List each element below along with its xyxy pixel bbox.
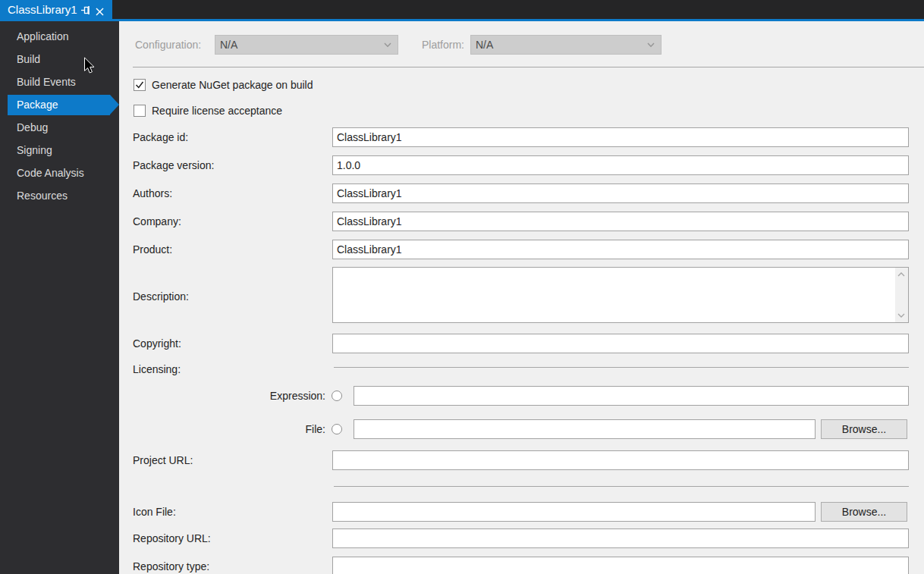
require-license-checkbox[interactable] xyxy=(134,105,146,117)
authors-input[interactable] xyxy=(332,183,909,203)
sidebar-item-debug[interactable]: Debug xyxy=(0,116,119,139)
tab-title: ClassLibrary1 xyxy=(8,0,77,20)
repository-type-input[interactable] xyxy=(332,557,909,574)
platform-value: N/A xyxy=(476,36,493,54)
licensing-divider xyxy=(334,367,909,368)
configuration-value: N/A xyxy=(220,36,237,54)
icon-file-browse-button[interactable]: Browse... xyxy=(821,502,907,522)
repository-type-label: Repository type: xyxy=(133,557,209,574)
scroll-up-icon[interactable] xyxy=(897,272,905,277)
product-input[interactable] xyxy=(332,240,909,259)
expression-input[interactable] xyxy=(354,386,909,406)
expression-radio[interactable] xyxy=(332,391,342,401)
chevron-down-icon xyxy=(384,42,391,48)
pin-icon[interactable] xyxy=(80,4,92,18)
licensing-label: Licensing: xyxy=(133,359,181,379)
sidebar-item-code-analysis[interactable]: Code Analysis xyxy=(0,162,119,184)
section-divider xyxy=(334,486,909,487)
sidebar-item-application[interactable]: Application xyxy=(0,25,119,48)
configuration-dropdown[interactable]: N/A xyxy=(215,35,398,55)
sidebar-nav: Application Build Build Events Package D… xyxy=(0,25,119,207)
package-panel: Configuration: N/A Platform: N/A Generat… xyxy=(119,21,924,574)
package-version-input[interactable] xyxy=(332,155,909,175)
sidebar-item-build-events[interactable]: Build Events xyxy=(0,71,119,93)
file-radio[interactable] xyxy=(332,424,342,434)
sidebar-item-signing[interactable]: Signing xyxy=(0,139,119,162)
product-label: Product: xyxy=(133,240,172,259)
mouse-cursor xyxy=(83,57,95,74)
description-label: Description: xyxy=(133,287,189,306)
sidebar-item-package[interactable]: Package xyxy=(8,95,110,115)
platform-label: Platform: xyxy=(422,35,464,55)
generate-nuget-label: Generate NuGet package on build xyxy=(152,79,313,91)
project-url-label: Project URL: xyxy=(133,450,193,470)
scrollbar[interactable] xyxy=(895,268,908,322)
company-input[interactable] xyxy=(332,212,909,231)
sidebar-item-build[interactable]: Build xyxy=(0,48,119,71)
toolbar-divider xyxy=(133,67,924,67)
properties-sidebar: Application Build Build Events Package D… xyxy=(0,21,119,574)
file-label: File: xyxy=(133,419,325,439)
project-properties-page: ClassLibrary1 Application Build Build Ev… xyxy=(0,0,924,574)
description-textarea[interactable] xyxy=(332,267,909,323)
chevron-down-icon xyxy=(647,42,655,48)
icon-file-input[interactable] xyxy=(332,502,816,522)
project-url-input[interactable] xyxy=(332,450,909,470)
authors-label: Authors: xyxy=(133,183,172,203)
icon-file-label: Icon File: xyxy=(133,502,176,522)
configuration-label: Configuration: xyxy=(135,35,201,55)
document-tab[interactable]: ClassLibrary1 xyxy=(0,0,112,21)
package-version-label: Package version: xyxy=(133,155,214,175)
copyright-input[interactable] xyxy=(332,334,909,353)
platform-dropdown[interactable]: N/A xyxy=(470,35,662,55)
repository-url-label: Repository URL: xyxy=(133,529,211,548)
checkmark-icon xyxy=(134,80,145,90)
package-id-input[interactable] xyxy=(332,127,909,147)
copyright-label: Copyright: xyxy=(133,334,181,353)
expression-label: Expression: xyxy=(133,386,325,406)
file-input[interactable] xyxy=(354,419,816,439)
document-tab-strip: ClassLibrary1 xyxy=(0,0,924,21)
sidebar-item-resources[interactable]: Resources xyxy=(0,184,119,207)
require-license-label: Require license acceptance xyxy=(152,105,282,117)
scroll-down-icon[interactable] xyxy=(897,313,905,318)
repository-url-input[interactable] xyxy=(332,529,909,548)
generate-nuget-checkbox[interactable] xyxy=(134,79,146,91)
company-label: Company: xyxy=(133,212,181,231)
package-id-label: Package id: xyxy=(133,127,188,147)
file-browse-button[interactable]: Browse... xyxy=(821,419,907,439)
close-icon[interactable] xyxy=(96,6,104,18)
